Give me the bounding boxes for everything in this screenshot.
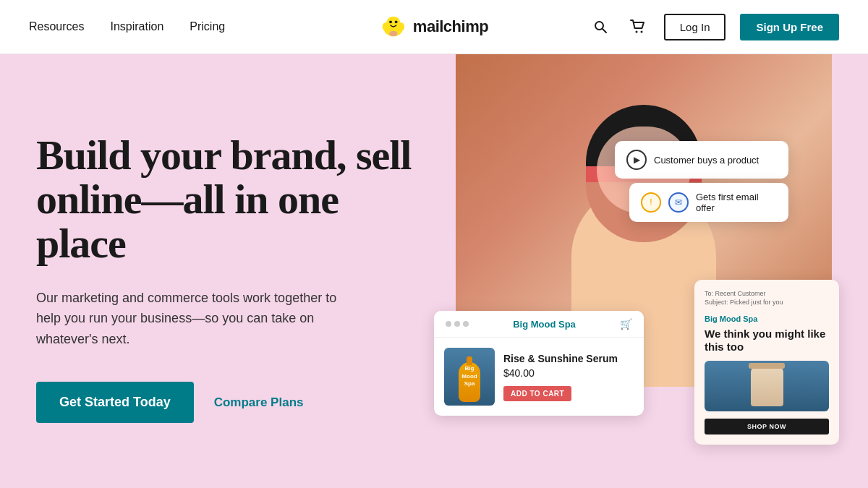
hero-buttons: Get Started Today Compare Plans <box>36 382 412 423</box>
shop-now-button[interactable]: SHOP NOW <box>705 419 829 435</box>
warning-icon: ! <box>641 192 661 213</box>
dot-1 <box>446 321 451 327</box>
candle-illustration <box>751 367 783 406</box>
window-dots <box>446 321 469 327</box>
notification-card-1: ▶ Customer buys a product <box>615 141 788 179</box>
product-image: BigMoodSpa <box>444 348 495 406</box>
cart-icon <box>630 20 646 34</box>
product-img-label: BigMoodSpa <box>461 365 477 388</box>
shop-card: Big Mood Spa 🛒 BigMoodSpa Rise & Sunshin… <box>434 311 644 416</box>
email-product-image <box>705 361 829 411</box>
bottle-top <box>467 356 472 365</box>
email-brand: Big Mood Spa <box>705 314 829 323</box>
logo-text: mailchimp <box>413 17 488 36</box>
shop-cart-icon: 🛒 <box>620 318 632 330</box>
nav-logo[interactable]: mailchimp <box>380 13 488 40</box>
hero-headline: Build your brand, sell online—all in one… <box>36 134 412 266</box>
nav-item-pricing[interactable]: Pricing <box>190 20 225 33</box>
play-icon: ▶ <box>626 150 647 170</box>
signup-button[interactable]: Sign Up Free <box>740 14 839 40</box>
svg-point-10 <box>640 31 642 33</box>
shop-name: Big Mood Spa <box>513 319 576 330</box>
nav-item-resources[interactable]: Resources <box>29 20 84 33</box>
product-name: Rise & Sunshine Serum <box>503 353 634 364</box>
email-icon: ✉ <box>668 192 689 213</box>
cart-button[interactable] <box>626 15 650 38</box>
hero-section: Build your brand, sell online—all in one… <box>0 54 868 488</box>
nav-left: Resources Inspiration Pricing <box>29 20 225 33</box>
email-card: To: Recent Customer Subject: Picked just… <box>694 280 839 445</box>
notification-card-2: ! ✉ Gets first email offer <box>629 183 788 222</box>
dot-3 <box>463 321 469 327</box>
product-info: Rise & Sunshine Serum $40.00 ADD TO CART <box>503 353 634 401</box>
shop-card-header: Big Mood Spa 🛒 <box>434 311 644 338</box>
email-subject: Subject: Picked just for you <box>705 299 829 306</box>
navbar: Resources Inspiration Pricing mailchimp <box>0 0 868 54</box>
svg-point-5 <box>399 22 404 30</box>
product-price: $40.00 <box>503 367 634 379</box>
candle-lid <box>749 363 785 369</box>
hero-content: Build your brand, sell online—all in one… <box>36 119 412 423</box>
hero-subtext: Our marketing and commerce tools work to… <box>36 288 354 350</box>
mailchimp-logo-icon <box>380 13 407 40</box>
search-button[interactable] <box>589 15 612 38</box>
svg-point-3 <box>395 20 398 23</box>
nav-item-inspiration[interactable]: Inspiration <box>110 20 163 33</box>
svg-point-4 <box>383 22 388 30</box>
email-to: To: Recent Customer <box>705 290 829 297</box>
svg-line-8 <box>603 29 606 33</box>
nav-right: Log In Sign Up Free <box>589 14 839 40</box>
compare-plans-link[interactable]: Compare Plans <box>214 395 304 410</box>
notification-2-text: Gets first email offer <box>696 192 777 213</box>
get-started-button[interactable]: Get Started Today <box>36 382 194 423</box>
notification-1-text: Customer buys a product <box>654 155 759 166</box>
svg-point-9 <box>635 31 637 33</box>
email-headline: We think you might like this too <box>705 328 829 354</box>
login-button[interactable]: Log In <box>664 14 726 40</box>
shop-product: BigMoodSpa Rise & Sunshine Serum $40.00 … <box>434 338 644 416</box>
svg-point-6 <box>389 31 397 37</box>
hero-visual: ▶ Customer buys a product ! ✉ Gets first… <box>412 54 832 488</box>
svg-point-2 <box>389 20 392 23</box>
dot-2 <box>454 321 460 327</box>
add-to-cart-button[interactable]: ADD TO CART <box>503 386 571 401</box>
search-icon <box>593 20 608 34</box>
